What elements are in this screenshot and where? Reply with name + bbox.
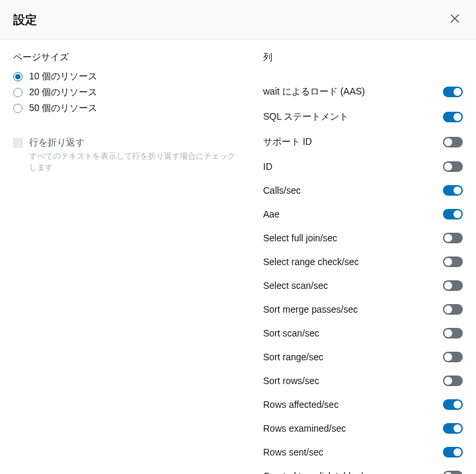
column-label: Created tmp disk tables/sec — [263, 471, 377, 474]
column-toggle[interactable] — [443, 471, 463, 474]
column-row: Sort merge passes/sec — [263, 297, 463, 321]
column-row: Select full join/sec — [263, 226, 463, 250]
column-row: Rows examined/sec — [263, 416, 463, 440]
column-row: Rows affected/sec — [263, 393, 463, 416]
page-size-label: 50 個のリソース — [29, 102, 97, 114]
page-size-option[interactable]: 10 個のリソース — [13, 69, 239, 85]
column-toggle[interactable] — [443, 280, 463, 291]
column-label: Select full join/sec — [263, 233, 337, 243]
page-size-option[interactable]: 20 個のリソース — [13, 85, 239, 100]
column-label: SQL ステートメント — [263, 111, 348, 123]
column-row: SQL ステートメント — [263, 104, 463, 130]
page-size-label: 10 個のリソース — [29, 71, 97, 83]
page-size-radio-group: 10 個のリソース20 個のリソース50 個のリソース — [13, 69, 239, 116]
wrap-lines-description: すべてのテキストを表示して行を折り返す場合にチェックします — [29, 151, 239, 173]
column-row: Sort scan/sec — [263, 321, 463, 345]
column-toggle[interactable] — [443, 399, 463, 410]
column-toggle[interactable] — [443, 352, 463, 362]
column-toggle[interactable] — [443, 112, 463, 122]
column-toggle[interactable] — [443, 328, 463, 338]
column-label: Rows affected/sec — [263, 399, 338, 410]
column-row: Select range check/sec — [263, 250, 463, 274]
column-toggle[interactable] — [443, 209, 463, 219]
column-label: Calls/sec — [263, 185, 301, 196]
column-label: Rows examined/sec — [263, 423, 346, 434]
column-toggle[interactable] — [443, 87, 463, 97]
column-row: Select scan/sec — [263, 274, 463, 297]
column-label: Sort scan/sec — [263, 328, 319, 338]
column-row: サポート ID — [263, 130, 463, 155]
page-size-label: 20 個のリソース — [29, 87, 97, 99]
column-label: Rows sent/sec — [263, 447, 323, 457]
column-toggle[interactable] — [443, 161, 463, 172]
close-icon — [450, 13, 460, 26]
page-size-radio[interactable] — [13, 88, 22, 97]
column-toggle[interactable] — [443, 304, 463, 315]
column-label: wait によるロード (AAS) — [263, 86, 365, 98]
wrap-lines-checkbox[interactable]: 行を折り返す — [13, 135, 239, 151]
close-button[interactable] — [447, 11, 463, 28]
wrap-lines-input[interactable] — [13, 138, 22, 147]
column-label: Sort range/sec — [263, 352, 323, 362]
column-label: サポート ID — [263, 136, 312, 148]
columns-list: wait によるロード (AAS)SQL ステートメントサポート IDIDCal… — [263, 79, 463, 474]
column-row: Rows sent/sec — [263, 440, 463, 464]
page-size-option[interactable]: 50 個のリソース — [13, 100, 239, 116]
page-size-radio[interactable] — [13, 72, 22, 81]
settings-title: 設定 — [13, 12, 37, 28]
column-label: Select scan/sec — [263, 280, 328, 291]
column-toggle[interactable] — [443, 375, 463, 386]
wrap-lines-label: 行を折り返す — [29, 137, 85, 149]
column-toggle[interactable] — [443, 257, 463, 267]
column-toggle[interactable] — [443, 185, 463, 196]
column-row: Sort rows/sec — [263, 369, 463, 393]
column-label: Select range check/sec — [263, 257, 359, 267]
column-label: Aae — [263, 209, 280, 219]
columns-title: 列 — [263, 52, 463, 63]
column-row: Created tmp disk tables/sec — [263, 464, 463, 474]
column-label: Sort rows/sec — [263, 375, 319, 386]
column-row: Calls/sec — [263, 178, 463, 202]
page-size-title: ページサイズ — [13, 52, 239, 63]
column-row: wait によるロード (AAS) — [263, 79, 463, 104]
column-toggle[interactable] — [443, 233, 463, 243]
column-row: Aae — [263, 202, 463, 226]
column-toggle[interactable] — [443, 137, 463, 147]
column-toggle[interactable] — [443, 447, 463, 457]
column-row: ID — [263, 155, 463, 178]
column-label: ID — [263, 161, 272, 172]
column-row: Sort range/sec — [263, 345, 463, 369]
column-toggle[interactable] — [443, 423, 463, 434]
page-size-radio[interactable] — [13, 104, 22, 113]
column-label: Sort merge passes/sec — [263, 304, 358, 315]
